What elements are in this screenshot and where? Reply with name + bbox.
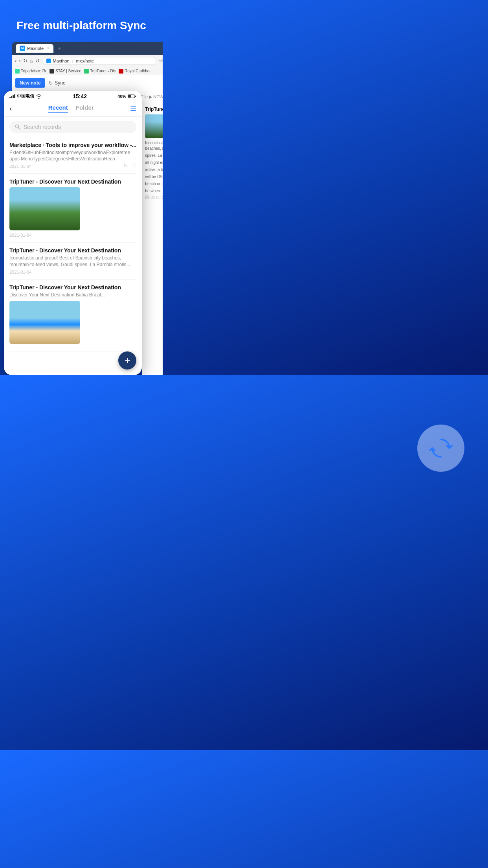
note-image-1 bbox=[9, 187, 80, 230]
wifi-icon bbox=[36, 94, 42, 99]
note-item-2[interactable]: TripTuner - Discover Your Next Destinati… bbox=[9, 243, 136, 280]
forward-nav-btn[interactable]: › bbox=[19, 58, 20, 64]
sync-label: Sync bbox=[55, 80, 65, 86]
note-like-icon-0[interactable]: ♡ bbox=[131, 162, 136, 169]
browser-tab-maxnote[interactable]: M Maxnote × bbox=[16, 44, 53, 53]
note-item-3[interactable]: TripTuner - Discover Your Next Destinati… bbox=[9, 280, 136, 351]
signal-bars bbox=[9, 94, 15, 98]
note-excerpt-0: ExtendGitHubFindtoolstoimproveyourworkfl… bbox=[9, 149, 136, 163]
browser-titlebar: M Maxnote × + bbox=[12, 42, 163, 55]
note-item-0[interactable]: Marketplace · Tools to improve your work… bbox=[9, 137, 136, 174]
star-nav-btn[interactable]: ☆ bbox=[159, 58, 163, 64]
phone-navbar: ‹ Recent Folder ☰ bbox=[4, 102, 142, 117]
svg-rect-5 bbox=[145, 196, 149, 199]
carrier-label: 中国电信 bbox=[17, 93, 34, 99]
browser-toolbar: ‹ › ↻ ⌂ ↺ Maxthon | mx://note ☆ bbox=[12, 55, 163, 67]
panel-doc-icon bbox=[145, 195, 149, 199]
svg-rect-1 bbox=[135, 96, 136, 97]
search-placeholder: Search records bbox=[24, 124, 61, 130]
note-title-3: TripTuner - Discover Your Next Destinati… bbox=[9, 284, 136, 291]
address-url: mx://note bbox=[76, 59, 94, 63]
back-nav-btn[interactable]: ‹ bbox=[15, 58, 17, 64]
note-date-2: 2021-01-04 bbox=[9, 270, 136, 274]
note-title-0: Marketplace · Tools to improve your work… bbox=[9, 142, 136, 148]
fab-area: + bbox=[4, 351, 142, 375]
search-icon bbox=[15, 124, 20, 130]
search-bar[interactable]: Search records bbox=[9, 121, 136, 133]
tab-close-btn[interactable]: × bbox=[47, 46, 50, 50]
tab-folder[interactable]: Folder bbox=[76, 104, 94, 113]
note-excerpt-3: Discover Your Next Destination Bahia Bra… bbox=[9, 292, 136, 298]
page-title: Free multi-platform Sync bbox=[9, 19, 153, 32]
bookmark-icon-stay bbox=[50, 69, 54, 74]
address-favicon bbox=[46, 59, 51, 63]
phone-container: 中国电信 15:42 40% bbox=[4, 91, 142, 375]
time-display: 15:42 bbox=[73, 93, 87, 99]
desktop-right-panel: TripTuner - Disc... Iconoclastic and pro… bbox=[142, 103, 163, 375]
note-title-2: TripTuner - Discover Your Next Destinati… bbox=[9, 247, 136, 254]
panel-text-2: all-night exuberanc... bbox=[145, 160, 163, 166]
browser-content-bar: New note ↻ Sync bbox=[12, 75, 163, 91]
panel-text-5: beach or two, but n... bbox=[145, 181, 163, 187]
note-date-0: 2021-01-04 bbox=[9, 164, 136, 169]
tab-favicon-maxnote: M bbox=[20, 46, 25, 51]
notes-list: Marketplace · Tools to improve your work… bbox=[4, 137, 142, 351]
bookmark-icon-royal bbox=[119, 69, 123, 74]
panel-text-0: Iconoclastic and pro... beaches, mountai… bbox=[145, 140, 163, 151]
bookmark-royal[interactable]: Royal Caribbean t... bbox=[119, 69, 150, 74]
tab-recent[interactable]: Recent bbox=[48, 104, 68, 113]
svg-line-4 bbox=[18, 127, 20, 129]
bookmark-icon-triptuner bbox=[84, 69, 89, 74]
address-bar[interactable]: Maxthon | mx://note bbox=[42, 57, 156, 65]
sync-icon: ↻ bbox=[48, 80, 53, 86]
header-area: Free multi-platform Sync bbox=[0, 0, 163, 42]
home-nav-btn[interactable]: ⌂ bbox=[30, 58, 33, 64]
phone-wrapper: 中国电信 15:42 40% bbox=[4, 103, 142, 375]
panel-text-1: spires. La Rambla st... bbox=[145, 153, 163, 158]
screens-wrapper: 中国电信 15:42 40% bbox=[4, 103, 159, 375]
note-date-1: 2021-01-04 bbox=[9, 233, 136, 237]
panel-text-6: be where the action... bbox=[145, 188, 163, 194]
address-app-name: Maxthon bbox=[53, 59, 70, 63]
note-image-3 bbox=[9, 301, 80, 344]
panel-note-image bbox=[145, 114, 163, 138]
note-title-1: TripTuner - Discover Your Next Destinati… bbox=[9, 178, 136, 185]
svg-rect-2 bbox=[128, 95, 131, 97]
tab-label: Maxnote bbox=[27, 46, 44, 51]
bookmark-label-triptuner: TripTuner - Disco... bbox=[90, 69, 116, 73]
note-actions-0: ↻ ♡ bbox=[123, 162, 136, 169]
menu-icon[interactable]: ☰ bbox=[130, 104, 136, 113]
refresh-nav-btn[interactable]: ↻ bbox=[23, 58, 28, 64]
history-nav-btn[interactable]: ↺ bbox=[35, 58, 40, 64]
bookmarks-bar: Tripadvisor: Read... STAY | Serviced A..… bbox=[12, 67, 163, 75]
back-button[interactable]: ‹ bbox=[9, 105, 12, 113]
battery-percent: 40% bbox=[117, 94, 126, 99]
bookmark-tripadvisor[interactable]: Tripadvisor: Read... bbox=[15, 69, 46, 74]
panel-text-3: active, a bit relaxing... bbox=[145, 167, 163, 173]
bookmark-triptuner[interactable]: TripTuner - Disco... bbox=[84, 69, 116, 74]
note-item-1[interactable]: TripTuner - Discover Your Next Destinati… bbox=[9, 174, 136, 243]
battery-icon bbox=[128, 94, 136, 99]
fab-add-button[interactable]: + bbox=[118, 351, 136, 370]
sync-button[interactable]: ↻ Sync bbox=[48, 78, 65, 88]
new-tab-btn[interactable]: + bbox=[57, 45, 61, 52]
status-bar: 中国电信 15:42 40% bbox=[4, 91, 142, 102]
bookmark-stay[interactable]: STAY | Serviced A... bbox=[50, 69, 81, 74]
note-share-icon-0[interactable]: ↻ bbox=[123, 162, 128, 169]
panel-text-4: will be OK Warm &... bbox=[145, 174, 163, 180]
panel-note-date: 01-08-2021 10:2... bbox=[145, 195, 163, 200]
nav-tabs: Recent Folder bbox=[48, 104, 94, 113]
panel-note-title: TripTuner - Disc... bbox=[145, 107, 163, 112]
bookmark-label-royal: Royal Caribbean t... bbox=[125, 69, 150, 73]
bookmark-label-tripadvisor: Tripadvisor: Read... bbox=[21, 69, 46, 73]
new-note-button[interactable]: New note bbox=[15, 78, 45, 88]
note-excerpt-2: Iconoclastic and proud! Best of Spanish … bbox=[9, 255, 136, 268]
bookmark-icon-tripadvisor bbox=[15, 69, 20, 74]
bookmark-label-stay: STAY | Serviced A... bbox=[55, 69, 81, 73]
